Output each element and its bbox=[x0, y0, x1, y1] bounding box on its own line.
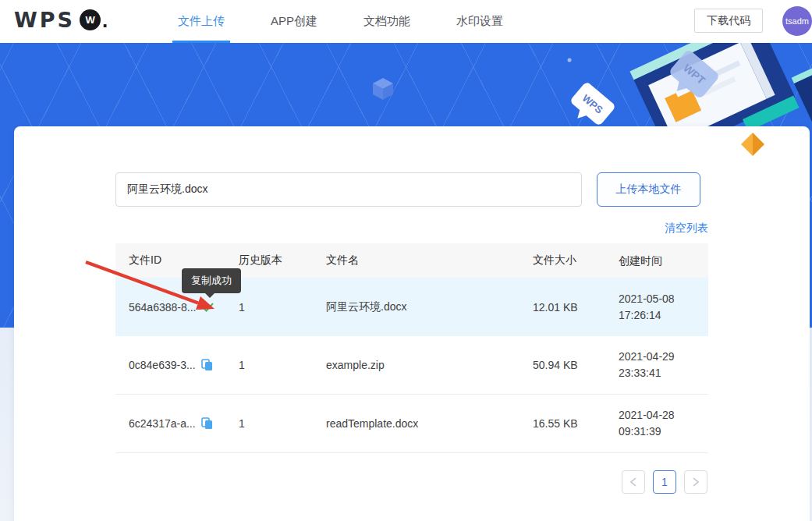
wps-bubble-icon: WPS bbox=[564, 81, 616, 133]
nav-tabs: 文件上传 APP创建 文档功能 水印设置 bbox=[178, 0, 503, 43]
versions-text: 1 bbox=[239, 359, 326, 371]
file-name-text: example.zip bbox=[326, 359, 533, 371]
versions-text: 1 bbox=[239, 301, 326, 314]
tab-doc-features[interactable]: 文档功能 bbox=[363, 0, 410, 43]
header-file-id: 文件ID bbox=[115, 253, 239, 268]
copy-success-tooltip: 复制成功 bbox=[182, 268, 241, 293]
user-avatar[interactable]: tsadm bbox=[782, 6, 812, 36]
file-name-text: 阿里云环境.docx bbox=[326, 300, 533, 314]
header-created-time: 创建时间 bbox=[619, 253, 695, 269]
header-file-size: 文件大小 bbox=[533, 253, 619, 268]
tab-app-create[interactable]: APP创建 bbox=[271, 0, 317, 43]
created-time-text: 2021-05-08 17:26:14 bbox=[619, 291, 695, 324]
cube-decoration-icon bbox=[373, 78, 393, 100]
tab-watermark-settings[interactable]: 水印设置 bbox=[456, 0, 503, 43]
header-versions: 历史版本 bbox=[239, 253, 326, 268]
chevron-right-icon bbox=[692, 477, 700, 487]
logo-dot: . bbox=[102, 12, 108, 28]
file-id-text: 564a6388-8... bbox=[129, 301, 196, 314]
top-navbar: WPS W . 文件上传 APP创建 文档功能 水印设置 下载代码 tsadm bbox=[0, 0, 812, 43]
file-size-text: 50.94 KB bbox=[533, 359, 619, 371]
diamond-decoration-icon bbox=[741, 133, 764, 156]
table-row[interactable]: 0c84e639-3... 1 example.zip 50.94 KB 202… bbox=[115, 336, 708, 395]
copy-icon[interactable] bbox=[201, 417, 213, 430]
file-size-text: 12.01 KB bbox=[533, 301, 619, 314]
versions-text: 1 bbox=[239, 417, 326, 430]
prev-page-button[interactable] bbox=[622, 470, 645, 494]
file-id-text: 0c84e639-3... bbox=[129, 359, 196, 371]
chevron-left-icon bbox=[629, 477, 637, 487]
file-size-text: 16.55 KB bbox=[533, 417, 619, 430]
created-time-text: 2021-04-29 23:33:41 bbox=[619, 349, 695, 381]
next-page-button[interactable] bbox=[684, 470, 707, 494]
filename-input[interactable] bbox=[115, 172, 582, 207]
logo-w-badge-icon: W bbox=[80, 9, 101, 30]
file-id-text: 6c24317a-a... bbox=[129, 417, 196, 430]
page-1-button[interactable]: 1 bbox=[653, 470, 676, 494]
created-time-text: 2021-04-28 09:31:39 bbox=[619, 407, 695, 440]
wps-logo: WPS W . bbox=[14, 8, 108, 32]
file-name-text: readTemplate.docx bbox=[326, 417, 533, 430]
table-row[interactable]: 6c24317a-a... 1 readTemplate.docx 16.55 … bbox=[115, 395, 708, 453]
file-upload-panel: 上传本地文件 清空列表 文件ID 历史版本 文件名 文件大小 创建时间 564a… bbox=[14, 126, 810, 521]
copy-icon[interactable] bbox=[201, 359, 213, 371]
pagination: 1 bbox=[622, 470, 707, 494]
download-code-button[interactable]: 下载代码 bbox=[694, 9, 763, 33]
upload-local-file-button[interactable]: 上传本地文件 bbox=[597, 172, 700, 207]
logo-wordmark: WPS bbox=[14, 8, 75, 32]
copy-success-check-icon bbox=[201, 302, 215, 313]
header-file-name: 文件名 bbox=[326, 253, 533, 268]
clear-list-link[interactable]: 清空列表 bbox=[665, 222, 708, 236]
tab-file-upload[interactable]: 文件上传 bbox=[178, 0, 225, 43]
